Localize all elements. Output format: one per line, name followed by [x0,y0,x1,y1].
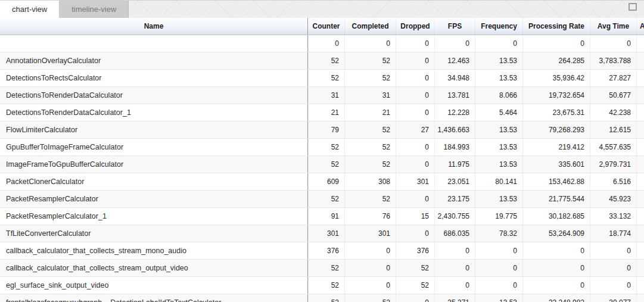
row-value: 0 [396,87,434,104]
column-header-truncated[interactable]: A [636,18,644,35]
row-value: 34.948 [434,70,475,86]
row-value: 376 [308,242,344,259]
row-value: 78.32 [475,225,522,242]
row-value: 5.464 [475,104,522,121]
column-header-fps[interactable]: FPS [434,18,475,35]
row-value: 52 [344,191,396,207]
column-header-name[interactable]: Name [0,18,308,35]
row-value: 609 [308,173,344,190]
row-value: 308 [344,173,396,190]
table-row[interactable]: ImageFrameToGpuBufferCalculator5252011.9… [0,156,644,173]
row-value: 0 [522,242,590,259]
row-value: 15 [396,208,434,225]
row-name: callback_calculator_that_collects_stream… [0,260,308,276]
table-row[interactable]: GpuBufferToImageFrameCalculator52520184.… [0,139,644,156]
row-value: 35,936.42 [522,70,590,86]
table-row[interactable]: callback_calculator_that_collects_stream… [0,242,644,260]
row-value: 13.53 [475,294,522,302]
table-row[interactable]: FlowLimiterCalculator7952271,436.66313.5… [0,122,644,139]
row-filler [636,277,644,294]
tab-chart-view-label: chart-view [12,5,47,14]
profiler-window: chart-view timeline-view Name Counter Co… [0,0,644,302]
table-row[interactable]: egl_surface_sink_output_video520520000 [0,277,644,294]
column-header-completed[interactable]: Completed [344,18,396,35]
row-value: 4,557.635 [590,139,636,155]
row-value: 3,783.788 [590,52,636,69]
table-row[interactable]: DetectionsToRenderDataCalculator3131013.… [0,87,644,104]
table-row[interactable]: DetectionsToRenderDataCalculator_1212101… [0,104,644,122]
table-row[interactable]: 0000000 [0,35,644,52]
row-value: 23.051 [434,173,475,190]
row-value: 2,979.731 [590,156,636,173]
row-filler [636,173,644,190]
table-row[interactable]: PacketResamplerCalculator5252023.17513.5… [0,191,644,208]
table-row[interactable]: DetectionsToRectsCalculator5252034.94813… [0,70,644,87]
row-name [0,35,308,52]
column-header-dropped[interactable]: Dropped [396,18,434,35]
row-filler [636,156,644,173]
row-value: 33,248.982 [522,294,590,302]
row-value: 0 [434,242,475,259]
table-row[interactable]: PacketResamplerCalculator_19176152,430.7… [0,208,644,225]
row-value: 27.827 [590,70,636,86]
row-value: 264.285 [522,52,590,69]
row-value: 0 [344,242,396,259]
row-filler [636,191,644,207]
row-value: 0 [475,260,522,276]
row-name: AnnotationOverlayCalculator [0,52,308,69]
table-row[interactable]: TfLiteConverterCalculator3013010686.0357… [0,225,644,242]
row-value: 52 [344,294,396,302]
row-value: 52 [308,139,344,155]
row-value: 52 [396,260,434,276]
tab-timeline-view[interactable]: timeline-view [60,1,129,18]
table-row[interactable]: PacketClonerCalculator60930830123.05180.… [0,173,644,191]
table-row[interactable]: callback_calculator_that_collects_stream… [0,260,644,277]
row-value: 1,436.663 [434,122,475,138]
row-value: 80.141 [475,173,522,190]
row-value: 33.132 [590,208,636,225]
row-value: 31 [344,87,396,104]
row-value: 52 [308,294,344,302]
row-value: 0 [344,277,396,294]
row-value: 0 [590,242,636,259]
tab-bar: chart-view timeline-view [0,0,644,18]
row-value: 0 [396,104,434,121]
row-value: 79 [308,122,344,138]
row-value: 52 [344,70,396,86]
row-value: 21 [344,104,396,121]
table-header: Name Counter Completed Dropped FPS Frequ… [0,18,644,35]
row-value: 52 [308,260,344,276]
table-row[interactable]: AnnotationOverlayCalculator5252012.46313… [0,52,644,70]
row-filler [636,52,644,69]
row-value: 35.371 [434,294,475,302]
row-name: TfLiteConverterCalculator [0,225,308,242]
row-value: 335.601 [522,156,590,173]
row-value: 52 [308,191,344,207]
row-value: 0 [475,277,522,294]
row-value: 0 [396,294,434,302]
row-value: 0 [396,139,434,155]
row-name: FlowLimiterCalculator [0,122,308,138]
row-value: 12.463 [434,52,475,69]
row-name: egl_surface_sink_output_video [0,277,308,294]
row-value: 0 [396,191,434,207]
row-value: 31 [308,87,344,104]
row-value: 0 [590,260,636,276]
column-header-processing-rate[interactable]: Processing Rate [522,18,590,35]
row-name: ImageFrameToGpuBufferCalculator [0,156,308,173]
row-value: 52 [308,156,344,173]
table-row[interactable]: frontalblazefacegpusubgraph__DetectionLa… [0,294,644,302]
row-value: 13.53 [475,191,522,207]
tab-chart-view[interactable]: chart-view [0,1,60,18]
row-value: 301 [344,225,396,242]
row-value: 0 [590,35,636,52]
column-header-counter[interactable]: Counter [308,18,344,35]
column-header-avg-time[interactable]: Avg Time [590,18,636,35]
column-header-frequency[interactable]: Frequency [475,18,522,35]
row-value: 6.516 [590,173,636,190]
row-value: 301 [308,225,344,242]
maximize-icon[interactable] [629,3,637,11]
row-value: 0 [396,156,434,173]
row-name: PacketResamplerCalculator_1 [0,208,308,225]
row-value: 0 [396,70,434,86]
